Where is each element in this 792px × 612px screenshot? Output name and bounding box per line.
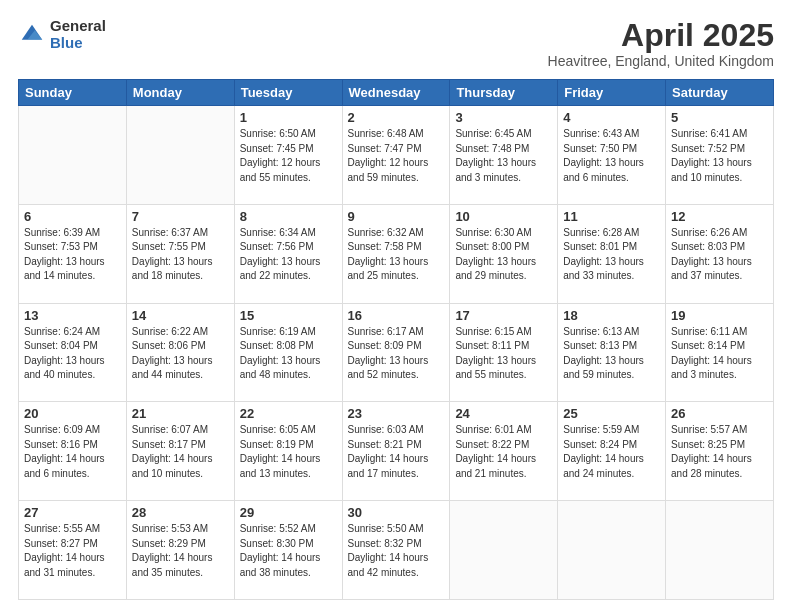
day-info: Sunrise: 6:48 AM Sunset: 7:47 PM Dayligh… (348, 127, 445, 185)
day-info: Sunrise: 6:03 AM Sunset: 8:21 PM Dayligh… (348, 423, 445, 481)
day-number: 7 (132, 209, 229, 224)
header-wednesday: Wednesday (342, 80, 450, 106)
day-number: 6 (24, 209, 121, 224)
day-info: Sunrise: 6:19 AM Sunset: 8:08 PM Dayligh… (240, 325, 337, 383)
day-number: 10 (455, 209, 552, 224)
calendar-week-row-4: 27Sunrise: 5:55 AM Sunset: 8:27 PM Dayli… (19, 501, 774, 600)
calendar-week-row-0: 1Sunrise: 6:50 AM Sunset: 7:45 PM Daylig… (19, 106, 774, 205)
logo-general: General (50, 18, 106, 35)
calendar-cell: 14Sunrise: 6:22 AM Sunset: 8:06 PM Dayli… (126, 303, 234, 402)
day-info: Sunrise: 5:53 AM Sunset: 8:29 PM Dayligh… (132, 522, 229, 580)
day-info: Sunrise: 6:17 AM Sunset: 8:09 PM Dayligh… (348, 325, 445, 383)
day-number: 24 (455, 406, 552, 421)
day-number: 23 (348, 406, 445, 421)
calendar-cell: 24Sunrise: 6:01 AM Sunset: 8:22 PM Dayli… (450, 402, 558, 501)
day-info: Sunrise: 6:41 AM Sunset: 7:52 PM Dayligh… (671, 127, 768, 185)
day-number: 28 (132, 505, 229, 520)
header-tuesday: Tuesday (234, 80, 342, 106)
header-thursday: Thursday (450, 80, 558, 106)
day-info: Sunrise: 5:50 AM Sunset: 8:32 PM Dayligh… (348, 522, 445, 580)
day-number: 27 (24, 505, 121, 520)
day-number: 9 (348, 209, 445, 224)
day-number: 29 (240, 505, 337, 520)
day-info: Sunrise: 6:43 AM Sunset: 7:50 PM Dayligh… (563, 127, 660, 185)
day-number: 15 (240, 308, 337, 323)
calendar-cell: 13Sunrise: 6:24 AM Sunset: 8:04 PM Dayli… (19, 303, 127, 402)
calendar-cell: 3Sunrise: 6:45 AM Sunset: 7:48 PM Daylig… (450, 106, 558, 205)
day-info: Sunrise: 5:55 AM Sunset: 8:27 PM Dayligh… (24, 522, 121, 580)
calendar-cell: 23Sunrise: 6:03 AM Sunset: 8:21 PM Dayli… (342, 402, 450, 501)
day-number: 4 (563, 110, 660, 125)
day-number: 21 (132, 406, 229, 421)
calendar-week-row-3: 20Sunrise: 6:09 AM Sunset: 8:16 PM Dayli… (19, 402, 774, 501)
day-number: 22 (240, 406, 337, 421)
day-number: 14 (132, 308, 229, 323)
calendar-cell: 28Sunrise: 5:53 AM Sunset: 8:29 PM Dayli… (126, 501, 234, 600)
day-number: 8 (240, 209, 337, 224)
logo-text: General Blue (50, 18, 106, 51)
day-number: 12 (671, 209, 768, 224)
header-friday: Friday (558, 80, 666, 106)
calendar-cell: 26Sunrise: 5:57 AM Sunset: 8:25 PM Dayli… (666, 402, 774, 501)
day-number: 13 (24, 308, 121, 323)
calendar-cell: 25Sunrise: 5:59 AM Sunset: 8:24 PM Dayli… (558, 402, 666, 501)
calendar-cell: 19Sunrise: 6:11 AM Sunset: 8:14 PM Dayli… (666, 303, 774, 402)
day-number: 26 (671, 406, 768, 421)
day-info: Sunrise: 6:32 AM Sunset: 7:58 PM Dayligh… (348, 226, 445, 284)
calendar-cell: 7Sunrise: 6:37 AM Sunset: 7:55 PM Daylig… (126, 204, 234, 303)
calendar-cell: 1Sunrise: 6:50 AM Sunset: 7:45 PM Daylig… (234, 106, 342, 205)
calendar-cell (558, 501, 666, 600)
day-info: Sunrise: 5:59 AM Sunset: 8:24 PM Dayligh… (563, 423, 660, 481)
day-info: Sunrise: 6:24 AM Sunset: 8:04 PM Dayligh… (24, 325, 121, 383)
day-info: Sunrise: 6:11 AM Sunset: 8:14 PM Dayligh… (671, 325, 768, 383)
calendar-week-row-1: 6Sunrise: 6:39 AM Sunset: 7:53 PM Daylig… (19, 204, 774, 303)
title-block: April 2025 Heavitree, England, United Ki… (548, 18, 774, 69)
calendar-table: Sunday Monday Tuesday Wednesday Thursday… (18, 79, 774, 600)
logo: General Blue (18, 18, 106, 51)
day-number: 20 (24, 406, 121, 421)
day-number: 16 (348, 308, 445, 323)
day-info: Sunrise: 6:13 AM Sunset: 8:13 PM Dayligh… (563, 325, 660, 383)
day-info: Sunrise: 5:57 AM Sunset: 8:25 PM Dayligh… (671, 423, 768, 481)
day-info: Sunrise: 6:22 AM Sunset: 8:06 PM Dayligh… (132, 325, 229, 383)
calendar-cell: 9Sunrise: 6:32 AM Sunset: 7:58 PM Daylig… (342, 204, 450, 303)
calendar-header-row: Sunday Monday Tuesday Wednesday Thursday… (19, 80, 774, 106)
day-number: 30 (348, 505, 445, 520)
calendar-cell: 4Sunrise: 6:43 AM Sunset: 7:50 PM Daylig… (558, 106, 666, 205)
logo-icon (18, 21, 46, 49)
day-info: Sunrise: 6:45 AM Sunset: 7:48 PM Dayligh… (455, 127, 552, 185)
day-number: 25 (563, 406, 660, 421)
calendar-cell: 6Sunrise: 6:39 AM Sunset: 7:53 PM Daylig… (19, 204, 127, 303)
day-number: 3 (455, 110, 552, 125)
calendar-cell: 11Sunrise: 6:28 AM Sunset: 8:01 PM Dayli… (558, 204, 666, 303)
calendar-week-row-2: 13Sunrise: 6:24 AM Sunset: 8:04 PM Dayli… (19, 303, 774, 402)
calendar-cell: 5Sunrise: 6:41 AM Sunset: 7:52 PM Daylig… (666, 106, 774, 205)
calendar-cell: 22Sunrise: 6:05 AM Sunset: 8:19 PM Dayli… (234, 402, 342, 501)
title-location: Heavitree, England, United Kingdom (548, 53, 774, 69)
header-sunday: Sunday (19, 80, 127, 106)
calendar-cell: 8Sunrise: 6:34 AM Sunset: 7:56 PM Daylig… (234, 204, 342, 303)
calendar-cell: 10Sunrise: 6:30 AM Sunset: 8:00 PM Dayli… (450, 204, 558, 303)
day-info: Sunrise: 6:50 AM Sunset: 7:45 PM Dayligh… (240, 127, 337, 185)
calendar-cell (126, 106, 234, 205)
day-number: 5 (671, 110, 768, 125)
day-number: 11 (563, 209, 660, 224)
calendar-cell: 27Sunrise: 5:55 AM Sunset: 8:27 PM Dayli… (19, 501, 127, 600)
logo-blue: Blue (50, 35, 106, 52)
day-info: Sunrise: 6:34 AM Sunset: 7:56 PM Dayligh… (240, 226, 337, 284)
day-number: 19 (671, 308, 768, 323)
calendar-cell: 12Sunrise: 6:26 AM Sunset: 8:03 PM Dayli… (666, 204, 774, 303)
calendar-cell (450, 501, 558, 600)
header-saturday: Saturday (666, 80, 774, 106)
calendar-cell: 30Sunrise: 5:50 AM Sunset: 8:32 PM Dayli… (342, 501, 450, 600)
day-info: Sunrise: 6:28 AM Sunset: 8:01 PM Dayligh… (563, 226, 660, 284)
day-info: Sunrise: 5:52 AM Sunset: 8:30 PM Dayligh… (240, 522, 337, 580)
day-number: 2 (348, 110, 445, 125)
calendar-cell: 2Sunrise: 6:48 AM Sunset: 7:47 PM Daylig… (342, 106, 450, 205)
calendar-cell: 29Sunrise: 5:52 AM Sunset: 8:30 PM Dayli… (234, 501, 342, 600)
calendar-cell: 17Sunrise: 6:15 AM Sunset: 8:11 PM Dayli… (450, 303, 558, 402)
day-info: Sunrise: 6:30 AM Sunset: 8:00 PM Dayligh… (455, 226, 552, 284)
day-info: Sunrise: 6:37 AM Sunset: 7:55 PM Dayligh… (132, 226, 229, 284)
day-number: 1 (240, 110, 337, 125)
calendar-cell: 16Sunrise: 6:17 AM Sunset: 8:09 PM Dayli… (342, 303, 450, 402)
